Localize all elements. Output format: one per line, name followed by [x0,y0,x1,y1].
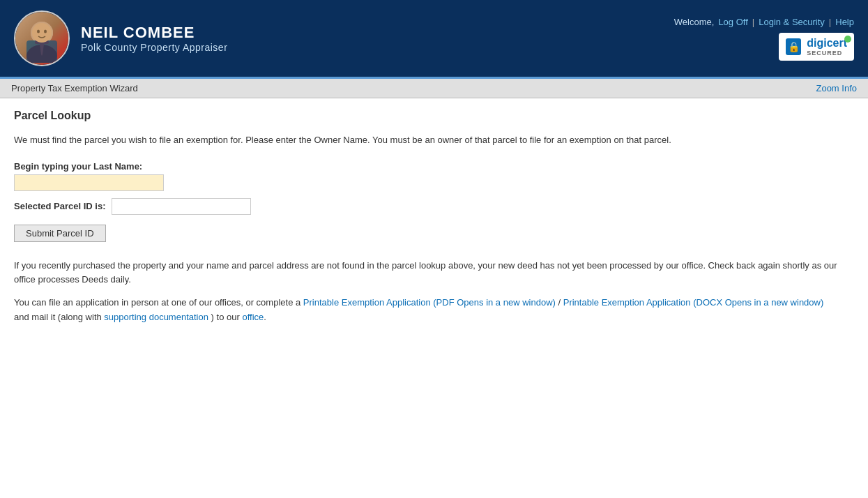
main-content: Parcel Lookup We must find the parcel yo… [0,98,868,346]
toolbar-title: Property Tax Exemption Wizard [11,83,138,93]
links-text-middle: and mail it (along with [14,312,102,322]
help-link[interactable]: Help [835,17,854,27]
digicert-text: digicert SECURED [807,37,847,56]
last-name-label: Begin typing your Last Name: [14,161,854,172]
digicert-dot [844,36,851,43]
lock-icon: 🔒 [786,38,801,55]
parcel-id-label: Selected Parcel ID is: [14,201,106,211]
period: . [264,312,266,322]
logout-link[interactable]: Log Off [718,17,747,27]
links-section: You can file an application in person at… [14,296,854,325]
pdf-link[interactable]: Printable Exemption Application (PDF Ope… [303,297,556,308]
zoom-info-link[interactable]: Zoom Info [816,83,857,93]
links-text-after: ) to our [211,312,240,322]
login-security-link[interactable]: Login & Security [759,17,825,27]
parcel-form: Begin typing your Last Name: Selected Pa… [14,161,854,242]
avatar-image [15,12,68,65]
person-title: Polk County Property Appraiser [81,42,227,53]
header-nav: Welcome, Log Off | Login & Security | He… [674,17,854,27]
last-name-input[interactable] [14,174,164,191]
svg-point-8 [44,30,47,33]
link-separator: / [558,297,563,308]
nav-separator-2: | [829,17,831,27]
site-header: NEIL COMBEE Polk County Property Apprais… [0,0,868,77]
svg-point-7 [37,30,40,33]
nav-separator-1: | [752,17,754,27]
page-title: Parcel Lookup [14,110,854,122]
header-right: Welcome, Log Off | Login & Security | He… [674,17,854,61]
digicert-sub: SECURED [807,50,847,56]
supporting-doc-link[interactable]: supporting documentation [104,312,208,322]
digicert-badge: 🔒 digicert SECURED [779,33,854,61]
svg-rect-5 [26,40,57,63]
header-name-block: NEIL COMBEE Polk County Property Apprais… [81,24,227,53]
notice-text: If you recently purchased the property a… [14,259,854,288]
links-text-before: You can file an application in person at… [14,297,300,308]
toolbar: Property Tax Exemption Wizard Zoom Info [0,79,868,98]
welcome-text: Welcome, [674,17,715,27]
parcel-row: Selected Parcel ID is: [14,198,854,215]
submit-parcel-button[interactable]: Submit Parcel ID [14,225,106,242]
parcel-id-input[interactable] [112,198,251,215]
avatar [14,10,70,66]
office-link[interactable]: office [242,312,264,322]
person-name: NEIL COMBEE [81,24,227,42]
docx-link[interactable]: Printable Exemption Application (DOCX Op… [563,297,824,308]
svg-point-6 [32,23,52,43]
digicert-brand: digicert [807,37,847,50]
description-text: We must find the parcel you wish to file… [14,133,854,147]
